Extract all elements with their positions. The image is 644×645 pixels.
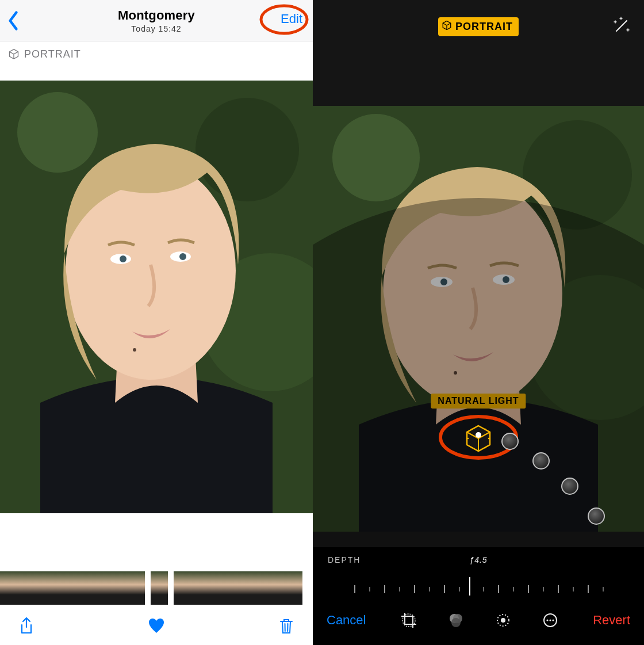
editor-bottom-toolbar: Cancel Revert [313,604,644,640]
svg-point-10 [133,348,136,352]
svg-point-32 [488,438,490,440]
photo-illustration [313,106,644,532]
photo-illustration [0,81,313,513]
lighting-option-stage-mono[interactable] [588,507,605,525]
crop-button[interactable] [398,609,420,631]
thumbnail[interactable] [286,571,302,605]
cancel-button[interactable]: Cancel [327,613,366,628]
adjust-icon [494,612,512,629]
lighting-option-natural[interactable] [460,420,497,457]
lighting-option-studio[interactable] [501,433,519,450]
photo-main[interactable] [0,81,313,513]
cube-icon [462,422,494,455]
portrait-editor-pane: PORTRAIT [313,0,644,645]
cube-icon [442,20,452,33]
svg-point-26 [503,276,509,283]
chevron-left-icon [7,10,20,31]
adjust-button[interactable] [492,609,514,631]
more-icon [542,612,559,629]
photos-header-title-group: Montgomery Today 15:42 [118,8,195,33]
thumbnail[interactable] [174,571,190,605]
svg-point-9 [179,253,186,260]
photos-bottom-toolbar [0,607,313,645]
portrait-badge[interactable]: PORTRAIT [438,17,519,36]
thumbnail[interactable] [113,571,129,605]
thumbnail[interactable] [238,571,254,605]
aperture-value: ƒ4.5 [469,555,487,564]
svg-point-31 [467,438,469,440]
more-button[interactable] [539,609,561,631]
thumbnail-strip[interactable] [0,571,313,605]
cube-icon [8,48,20,60]
edit-button[interactable]: Edit [281,12,302,26]
share-button[interactable] [15,615,38,638]
thumbnail[interactable] [0,571,16,605]
thumbnail[interactable] [16,571,32,605]
filters-button[interactable] [445,609,467,631]
thumbnail[interactable] [97,571,113,605]
svg-point-20 [523,120,632,230]
thumbnail[interactable] [80,571,97,605]
svg-point-27 [454,371,457,375]
depth-slider[interactable] [313,576,644,604]
svg-point-24 [440,278,447,285]
thumbnail[interactable] [32,571,48,605]
photos-viewer-pane: Montgomery Today 15:42 Edit PORTRAIT [0,0,313,645]
thumbnail-selected[interactable] [151,571,168,605]
portrait-tag-label: PORTRAIT [24,48,81,60]
favorite-button[interactable] [145,615,168,638]
delete-button[interactable] [275,615,298,638]
filters-icon [447,612,465,629]
crop-icon [400,612,417,629]
auto-enhance-button[interactable] [611,16,631,37]
thumbnail[interactable] [270,571,286,605]
editor-controls: DEPTH ƒ4.5 [313,547,644,645]
depth-row: DEPTH ƒ4.5 [313,555,644,564]
editor-photo[interactable]: NATURAL LIGHT [313,106,644,532]
thumbnail[interactable] [64,571,80,605]
share-icon [17,617,36,635]
svg-point-19 [332,114,420,201]
svg-point-42 [546,619,548,621]
svg-point-2 [17,92,98,173]
heart-icon [147,617,166,635]
svg-point-44 [552,619,554,621]
portrait-badge-label: PORTRAIT [455,21,513,33]
svg-point-40 [501,618,505,623]
lighting-option-stage[interactable] [561,478,578,495]
thumbnail[interactable] [48,571,64,605]
magic-wand-icon [611,16,631,37]
portrait-mode-tag: PORTRAIT [0,41,313,67]
album-title: Montgomery [118,8,195,23]
revert-button[interactable]: Revert [593,613,630,628]
photo-timestamp: Today 15:42 [118,24,195,33]
svg-line-11 [616,21,627,31]
lighting-option-contour[interactable] [532,452,550,470]
thumbnail[interactable] [129,571,145,605]
thumbnail[interactable] [190,571,206,605]
thumbnail[interactable] [254,571,270,605]
depth-label: DEPTH [328,555,361,564]
svg-point-38 [451,618,461,627]
back-button[interactable] [7,10,24,33]
thumbnail[interactable] [222,571,238,605]
svg-point-3 [195,98,299,201]
editor-top-bar: PORTRAIT [313,0,644,106]
svg-point-30 [485,429,486,430]
svg-point-28 [476,432,481,438]
svg-point-29 [471,429,473,430]
svg-point-34 [485,447,486,449]
trash-icon [277,617,296,635]
thumbnail[interactable] [206,571,222,605]
photos-header: Montgomery Today 15:42 Edit [0,0,313,41]
svg-point-43 [549,619,551,621]
depth-slider-handle[interactable] [469,577,470,596]
svg-point-7 [120,255,126,262]
svg-point-33 [471,447,473,449]
